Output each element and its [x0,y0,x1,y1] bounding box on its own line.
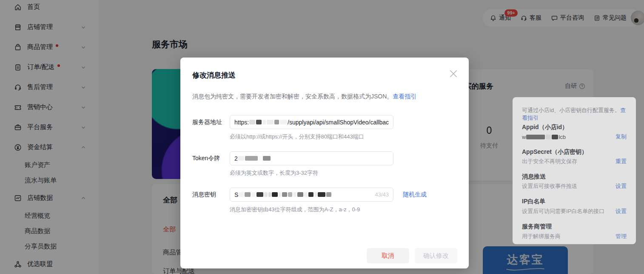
server-address-input[interactable]: https: /supplyapi/api/smallShopVideo/cal… [230,115,393,129]
redacted-text [272,192,278,197]
appid-value: w lcb [522,134,566,140]
modal-title: 修改消息推送 [192,70,236,80]
view-guide-link[interactable]: 查看指引 [393,93,416,100]
redacted-text [256,120,262,124]
service-provider-row: 用于解绑服务商 管理 [522,233,627,240]
redacted-text [280,120,287,124]
message-push-title: 消息推送 [522,173,627,181]
redacted-text [326,192,331,197]
redacted-text [279,192,281,197]
appid-title: Appid（小店id） [522,124,627,131]
message-secret-help: 消息加密密钥由43位字符组成，范围为A-Z，a-z，0-9 [230,206,360,213]
modal-description: 消息包为纯密文，需要开发者加密和解密，安全系数高，数据格式为JSON。查看指引 [192,93,416,101]
redacted-text [318,192,325,197]
redacted-text [293,192,296,197]
settings-link[interactable]: 设置 [616,182,627,190]
settings-link[interactable]: 设置 [616,208,627,215]
char-counter: 43/43 [372,191,389,198]
redacted-text [264,192,268,197]
appid-row: w lcb 复制 [522,133,627,141]
redacted-text [282,192,287,197]
redacted-text [238,156,244,161]
redacted-text [239,192,244,197]
token-label: Token令牌 [192,151,220,165]
message-secret-label: 消息密钥 [192,187,216,202]
server-address-label: 服务器地址 [192,115,222,129]
message-secret-input[interactable]: S 43/43 [230,187,393,202]
redacted-text [263,156,271,161]
redacted-text [304,192,308,197]
redacted-text [268,192,271,197]
message-push-row: 设置后可接收事件推送 设置 [522,182,627,190]
redacted-text [288,192,292,197]
manage-link[interactable]: 管理 [616,233,627,240]
redacted-text [308,192,313,197]
redacted-text [256,192,263,197]
redacted-text [251,192,256,197]
redacted-text [314,192,317,197]
self-config-panel: 可通过小店id、小店密钥自行配置服务。查看指引 Appid（小店id） w lc… [513,97,636,244]
appsecret-title: AppSecret（小店密钥） [522,148,627,156]
ip-whitelist-row: 设置后可访问需要IP白名单的接口 设置 [522,208,627,215]
ip-whitelist-title: IP白名单 [522,198,627,205]
redacted-text [245,156,258,161]
service-provider-title: 服务商管理 [522,223,627,231]
redacted-text [297,192,303,197]
token-input[interactable]: 2 [230,151,393,165]
reset-link[interactable]: 重置 [616,158,627,165]
redacted-text [249,120,255,124]
redacted-text [526,135,545,139]
copy-link[interactable]: 复制 [616,133,627,141]
confirm-button[interactable]: 确认修改 [415,248,457,263]
redacted-text [259,156,262,161]
random-generate-link[interactable]: 随机生成 [403,187,427,202]
modal-footer: 取消 确认修改 [367,248,457,263]
appsecret-row: 出于安全不再明文保存 重置 [522,158,627,165]
token-help: 必须为英文或数字，长度为3-32字符 [230,169,318,177]
redacted-text [552,135,558,139]
panel-intro: 可通过小店id、小店密钥自行配置服务。查看指引 [522,107,627,122]
close-icon[interactable] [449,69,458,78]
redacted-text [546,135,551,139]
redacted-text [267,120,273,124]
server-address-help: 必须以http://或https://开头，分别支持80端口和443端口 [230,133,364,141]
app-root: 首页 店铺管理 商品管理 订单/配 [0,0,644,274]
redacted-text [274,120,279,124]
cancel-button[interactable]: 取消 [367,248,409,263]
edit-message-push-modal: 修改消息推送 消息包为纯密文，需要开发者加密和解密，安全系数高，数据格式为JSO… [180,58,469,268]
redacted-text [262,120,266,124]
redacted-text [245,192,251,197]
